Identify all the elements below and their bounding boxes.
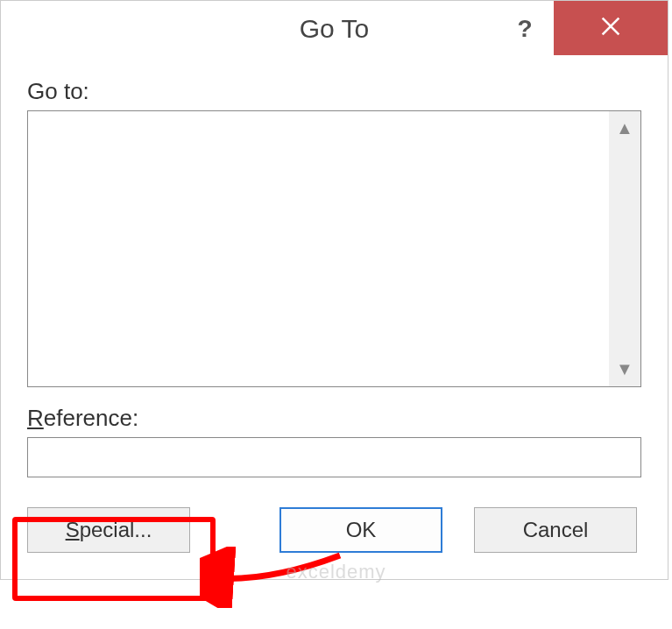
titlebar: Go To ?: [1, 1, 668, 57]
goto-listbox-container: ▲ ▼: [27, 110, 641, 387]
scroll-down-icon[interactable]: ▼: [616, 359, 633, 379]
ok-button[interactable]: OK: [279, 507, 442, 553]
goto-listbox[interactable]: [28, 111, 609, 386]
help-icon: ?: [517, 15, 532, 43]
reference-label-rest: eference:: [44, 405, 138, 431]
reference-label: Reference:: [27, 405, 641, 432]
cancel-label: Cancel: [523, 518, 589, 542]
goto-label: Go to:: [27, 78, 641, 105]
scroll-up-icon[interactable]: ▲: [616, 118, 633, 138]
dialog-title: Go To: [300, 14, 370, 44]
help-button[interactable]: ?: [496, 3, 554, 55]
reference-hotkey: R: [27, 405, 44, 431]
special-label-rest: pecial...: [80, 518, 152, 541]
reference-input[interactable]: [27, 437, 641, 477]
close-button[interactable]: [554, 1, 668, 55]
close-icon: [598, 14, 623, 42]
dialog-content: Go to: ▲ ▼ Reference: Special... OK Canc…: [1, 57, 668, 579]
special-hotkey: S: [66, 518, 80, 541]
goto-dialog: Go To ? Go to: ▲ ▼ Reference: [0, 0, 668, 580]
listbox-scrollbar[interactable]: ▲ ▼: [609, 111, 640, 386]
goto-label-text: Go to:: [27, 78, 89, 104]
special-button[interactable]: Special...: [27, 507, 190, 553]
cancel-button[interactable]: Cancel: [474, 507, 637, 553]
ok-label: OK: [346, 518, 377, 542]
button-row: Special... OK Cancel: [27, 507, 641, 553]
reference-section: Reference:: [27, 405, 641, 477]
